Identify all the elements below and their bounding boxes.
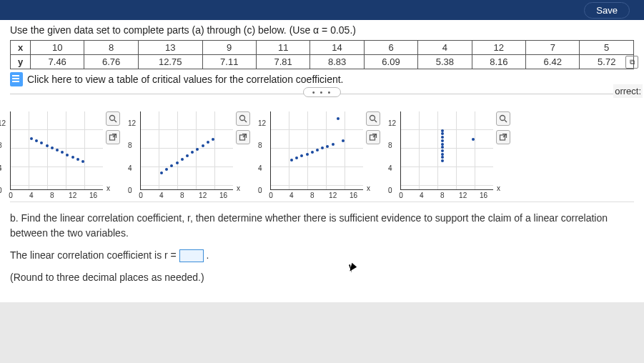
data-point [472, 138, 475, 141]
data-point [337, 117, 340, 120]
y-tick: 8 [388, 141, 392, 149]
scatter-option-4[interactable]: 128400481216x [400, 111, 510, 190]
x-tick: 16 [89, 192, 97, 199]
chart-tools [236, 111, 250, 144]
x-tick: 8 [440, 192, 445, 199]
data-table: x 10 8 13 9 11 14 6 4 12 7 5 y 7.46 6.76… [10, 40, 634, 69]
zoom-icon[interactable] [236, 111, 250, 126]
data-point [71, 156, 74, 159]
table-row: x 10 8 13 9 11 14 6 4 12 7 5 [11, 41, 634, 55]
scatter-option-3[interactable]: 128400481216x [270, 111, 380, 190]
data-point [332, 143, 335, 146]
chart-tools [366, 111, 380, 144]
y-tick: 12 [258, 119, 266, 126]
cell: 4 [418, 41, 472, 55]
data-point [66, 154, 69, 156]
r-input[interactable] [179, 249, 204, 262]
data-point [441, 146, 444, 149]
svg-point-12 [500, 116, 505, 121]
data-point [165, 168, 168, 171]
section-divider: • • • [10, 94, 634, 104]
x-tick: 0 [269, 192, 273, 199]
cell: 10 [31, 41, 84, 55]
svg-point-8 [370, 116, 375, 121]
cell: 9 [202, 41, 256, 55]
critical-values-link[interactable]: Click here to view a table of critical v… [27, 74, 344, 85]
cell: 5.38 [418, 55, 472, 69]
cell: 12 [472, 41, 525, 55]
mini-chart: 128400481216x [140, 111, 233, 190]
data-point [56, 149, 59, 151]
x-tick: 12 [329, 192, 337, 199]
popout-icon[interactable] [496, 130, 510, 144]
cell: 8.83 [310, 55, 364, 69]
expand-pill[interactable]: • • • [303, 87, 342, 97]
popout-icon[interactable] [236, 130, 250, 144]
cell: 6.76 [84, 55, 138, 69]
x-tick: 4 [289, 192, 294, 199]
x-tick: 4 [420, 192, 424, 199]
data-point [186, 154, 189, 157]
x-axis-label: x [497, 184, 500, 192]
zoom-icon[interactable] [366, 111, 380, 126]
data-point [40, 141, 43, 144]
y-tick: 4 [0, 164, 2, 171]
popout-icon[interactable] [366, 130, 380, 144]
x-tick: 0 [139, 192, 143, 199]
x-tick: 12 [459, 192, 467, 199]
cell: 7 [526, 41, 580, 55]
y-tick: 12 [0, 119, 6, 126]
svg-line-13 [505, 120, 507, 122]
x-tick: 0 [399, 192, 403, 199]
x-tick: 0 [9, 192, 13, 199]
data-point [441, 159, 444, 162]
data-point [326, 145, 329, 148]
x-tick: 12 [199, 192, 207, 199]
x-axis-label: x [106, 184, 110, 192]
scatter-option-1[interactable]: 128400481216x [10, 111, 120, 190]
data-point [207, 141, 209, 144]
cell: 11 [256, 41, 309, 55]
mini-chart: 128400481216x [10, 111, 103, 190]
data-point [35, 139, 38, 142]
scatter-options: 128400481216x128400481216x128400481216x1… [10, 111, 634, 190]
data-point [46, 144, 49, 147]
r-period: . [207, 249, 209, 261]
table-row: y 7.46 6.76 12.75 7.11 7.81 8.83 6.09 5.… [11, 55, 634, 69]
data-point [61, 151, 64, 154]
data-point [441, 129, 444, 132]
data-point [170, 164, 173, 167]
row-label-x: x [11, 41, 31, 55]
scatter-option-2[interactable]: 128400481216x [140, 111, 250, 190]
part-b-text: b. Find the linear correlation coefficie… [10, 212, 608, 239]
data-point [300, 154, 303, 157]
popout-icon[interactable] [106, 130, 120, 144]
x-tick: 8 [50, 192, 54, 199]
zoom-icon[interactable] [496, 111, 510, 126]
save-button[interactable]: Save [584, 2, 630, 19]
document-icon [10, 72, 23, 86]
cell: 6 [364, 41, 417, 55]
data-point [441, 143, 444, 146]
side-correct-label: orrect: [613, 84, 643, 98]
data-point [51, 146, 54, 149]
data-point [295, 156, 298, 159]
data-point [441, 136, 444, 139]
question-prompt: Use the given data set to complete parts… [10, 24, 634, 36]
data-point [160, 171, 163, 174]
cell: 7.11 [202, 55, 256, 69]
data-point [191, 151, 194, 154]
r-label: The linear correlation coefficient is r … [10, 249, 179, 261]
y-tick: 8 [258, 141, 262, 149]
mini-chart: 128400481216x [270, 111, 363, 190]
y-tick: 12 [128, 119, 136, 126]
cell: 7.81 [256, 55, 309, 69]
x-axis-label: x [367, 184, 370, 192]
cell: 6.09 [364, 55, 417, 69]
popout-icon[interactable]: ⧉ [625, 56, 638, 69]
data-point [321, 146, 324, 149]
data-point [81, 160, 84, 163]
zoom-icon[interactable] [106, 111, 120, 126]
row-label-y: y [11, 55, 31, 69]
y-tick: 4 [128, 164, 132, 171]
